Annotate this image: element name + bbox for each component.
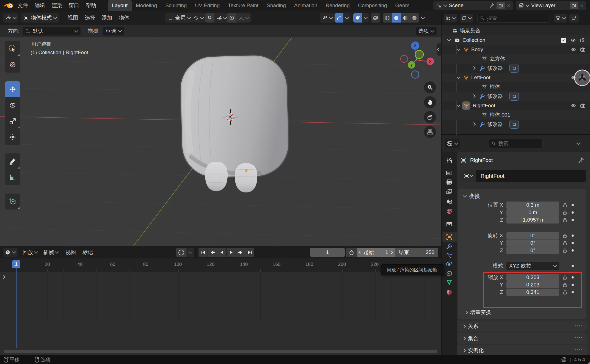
jump-to-start-button[interactable] [198, 248, 208, 257]
axis-minus-z-ball[interactable] [412, 71, 419, 78]
sidebar-collapse-handle[interactable] [437, 43, 441, 56]
shading-rendered-button[interactable] [410, 13, 419, 23]
outliner-editor-type-button[interactable] [444, 14, 457, 23]
transform-tool[interactable] [5, 129, 20, 145]
loc-x-field[interactable]: 0.3 m [506, 202, 559, 209]
breadcrumb-object-name[interactable]: RightFoot [470, 157, 493, 163]
shading-solid-button[interactable] [392, 13, 401, 23]
proportional-edit-toggle[interactable] [227, 13, 236, 23]
menu-file[interactable]: 文件 [14, 2, 31, 9]
loc-z-field[interactable]: -1.0957 m [506, 216, 559, 224]
lock-icon[interactable] [562, 233, 568, 238]
subsurf-modifier-badge[interactable] [509, 64, 519, 73]
annotate-tool[interactable] [5, 153, 20, 169]
loc-y-field[interactable]: 0 m [506, 209, 559, 216]
channels-expand-icon[interactable] [2, 275, 5, 279]
object-name-input[interactable]: RightFoot [476, 170, 586, 182]
row-body[interactable]: Body [442, 45, 590, 54]
tab-particles[interactable] [445, 252, 453, 259]
row-rightfoot[interactable]: RightFoot [442, 101, 590, 110]
timeline-view-menu[interactable]: 视图 [62, 249, 79, 256]
properties-search[interactable] [489, 139, 543, 148]
properties-search-input[interactable] [498, 140, 540, 147]
axis-minus-y-ball[interactable] [415, 50, 423, 59]
tab-object[interactable] [445, 233, 453, 241]
expand-icon[interactable] [456, 75, 460, 79]
snap-settings-dropdown[interactable] [214, 13, 229, 23]
subsurf-modifier-badge[interactable] [509, 92, 519, 101]
tab-uv-editing[interactable]: UV Editing [191, 0, 224, 11]
pivot-point-dropdown[interactable] [191, 13, 206, 23]
panel-grip[interactable] [575, 337, 582, 339]
menu-add[interactable]: 添加 [98, 14, 115, 21]
gizmos-dropdown[interactable] [343, 13, 351, 23]
rot-z-field[interactable]: 0° [506, 247, 559, 254]
scene-selector[interactable]: Scene × [433, 1, 513, 10]
playhead-line[interactable] [16, 268, 16, 348]
row-body-modifiers[interactable]: 修改器 [442, 64, 590, 73]
right-foot-mesh[interactable] [235, 163, 257, 192]
animate-dot[interactable] [572, 219, 574, 221]
tab-geometry-nodes[interactable]: Geom [391, 0, 414, 11]
gizmos-toggle-button[interactable] [335, 13, 343, 23]
animate-dot[interactable] [572, 265, 574, 267]
menu-edit[interactable]: 编辑 [31, 2, 48, 9]
menu-help[interactable]: 帮助 [82, 2, 100, 9]
tab-rendering[interactable]: Rendering [321, 0, 354, 11]
row-body-mesh[interactable]: 立方体 [442, 54, 590, 64]
properties-options-button[interactable] [575, 139, 582, 148]
move-tool[interactable] [5, 81, 20, 97]
playhead-badge[interactable]: 1 [12, 260, 20, 268]
next-keyframe-button[interactable] [236, 248, 245, 257]
expand-icon[interactable] [472, 122, 476, 126]
hide-eye-icon[interactable] [570, 37, 576, 43]
measure-tool[interactable] [5, 169, 20, 185]
lock-icon[interactable] [562, 240, 568, 246]
drag-mode-dropdown[interactable]: 框选 [103, 27, 124, 35]
row-leftfoot-mesh[interactable]: 柱体 [442, 82, 590, 92]
timeline-ruler[interactable]: 20 40 60 80 100 120 140 160 180 200 220 [0, 258, 441, 272]
show-gizmo-dropdown[interactable] [320, 13, 335, 23]
new-viewlayer-button[interactable] [570, 2, 578, 9]
new-collection-button[interactable] [569, 14, 579, 23]
tab-collection[interactable] [445, 220, 453, 228]
pan-button[interactable] [424, 96, 436, 108]
tab-scene[interactable] [445, 198, 453, 205]
tab-modifiers[interactable] [445, 243, 453, 250]
lock-icon[interactable] [562, 210, 568, 215]
tab-world[interactable] [445, 208, 453, 215]
transform-orientation-dropdown[interactable]: 全局 [165, 13, 193, 23]
timeline-hscrollbar[interactable] [4, 350, 437, 353]
preview-range-toggle[interactable] [346, 248, 357, 257]
outliner-editor[interactable]: 场景集合 Collection ✓ Body 立方体 [442, 11, 590, 134]
new-scene-button[interactable] [497, 2, 505, 9]
tab-constraints[interactable] [445, 269, 453, 277]
expand-icon[interactable] [456, 103, 460, 107]
collections-panel[interactable]: 集合 [457, 333, 587, 344]
pin-icon[interactable] [489, 3, 494, 8]
add-cube-tool[interactable] [5, 194, 20, 209]
jump-to-end-button[interactable] [245, 248, 254, 257]
scene-canvas[interactable] [0, 37, 441, 246]
properties-editor[interactable]: RightFoot RightFoot 变换 位置 X 0.3 m Y [442, 135, 590, 355]
timeline-editor-type-button[interactable] [3, 248, 18, 257]
camera-view-button[interactable] [424, 111, 436, 123]
blender-logo-icon[interactable] [4, 2, 14, 9]
outliner-search-input[interactable] [486, 15, 547, 21]
orthographic-toggle-button[interactable] [424, 126, 436, 138]
tab-modeling[interactable]: Modeling [132, 0, 161, 11]
left-foot-mesh[interactable] [205, 162, 228, 191]
animate-dot[interactable] [572, 211, 574, 214]
viewport-3d[interactable]: 物体模式 视图 选择 添加 物体 全局 [0, 11, 441, 246]
tab-output[interactable] [445, 178, 453, 186]
body-mesh[interactable] [180, 55, 289, 178]
menu-select[interactable]: 选择 [81, 14, 98, 21]
row-leftfoot[interactable]: LeftFoot [442, 73, 590, 82]
keying-menu[interactable]: 插帧 [43, 249, 58, 256]
delta-transform-panel[interactable]: 增量变换 [465, 309, 491, 316]
zoom-button[interactable] [424, 81, 436, 93]
pin-icon[interactable] [578, 157, 584, 163]
navigation-gizmo[interactable]: Z X Y [398, 38, 439, 79]
shading-material-button[interactable] [401, 13, 410, 23]
tab-compositing[interactable]: Compositing [354, 0, 391, 11]
